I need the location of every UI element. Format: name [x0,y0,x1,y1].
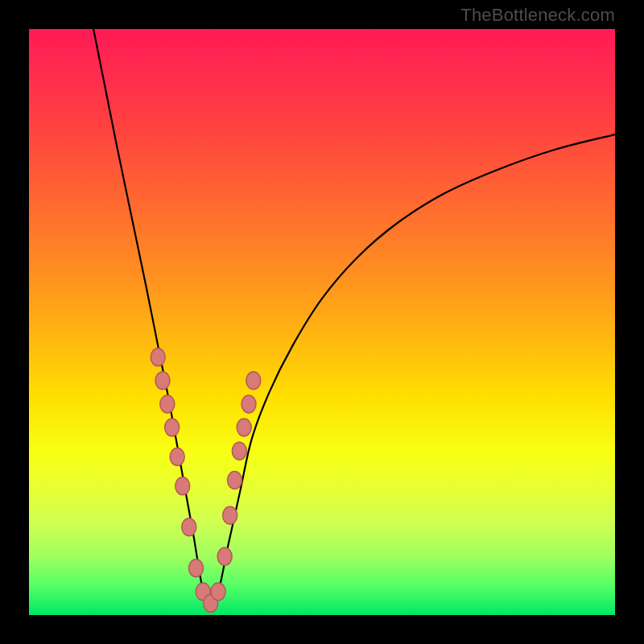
highlighted-points-group [151,349,261,613]
highlighted-point [223,506,237,524]
highlighted-point [232,442,246,460]
highlighted-point [246,372,261,390]
highlighted-point [170,448,184,465]
highlighted-point [155,372,170,390]
highlighted-point [160,395,175,413]
bottleneck-curve [93,29,615,605]
highlighted-point [217,547,232,565]
chart-frame: TheBottleneck.com [0,0,644,644]
highlighted-point [165,419,180,436]
highlighted-point [151,349,165,366]
highlighted-point [188,559,203,577]
chart-overlay [29,29,615,615]
highlighted-point [211,583,225,601]
highlighted-point [242,395,256,413]
highlighted-point [228,472,242,489]
highlighted-point [175,477,190,495]
watermark-text: TheBottleneck.com [460,5,615,26]
highlighted-point [182,518,196,536]
highlighted-point [237,419,251,436]
